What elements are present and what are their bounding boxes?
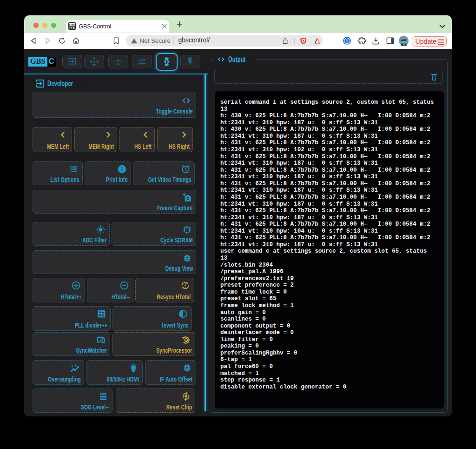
svg-text:C: C [69, 26, 72, 30]
